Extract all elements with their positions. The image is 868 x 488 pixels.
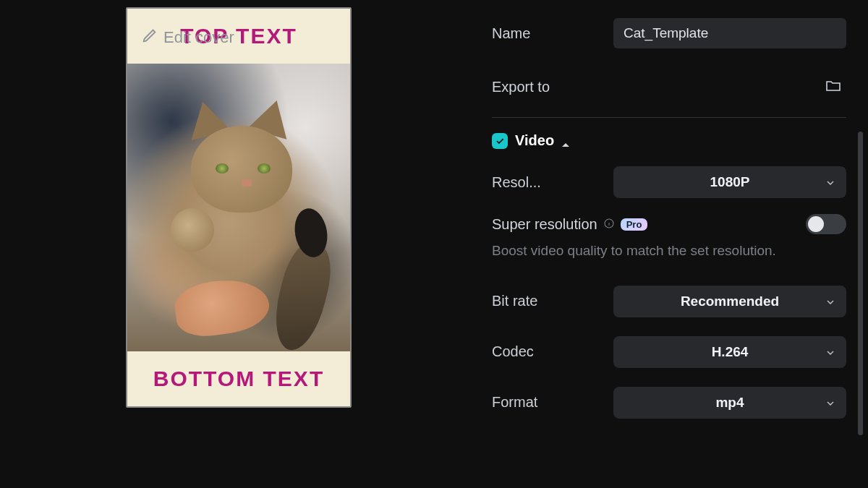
- video-section-label: Video: [515, 132, 554, 149]
- chevron-down-icon: [825, 296, 836, 307]
- video-checkbox[interactable]: [492, 133, 508, 149]
- pencil-icon: [142, 27, 158, 48]
- format-value: mp4: [715, 395, 744, 411]
- toggle-knob: [808, 216, 824, 232]
- chevron-down-icon: [825, 176, 836, 188]
- name-input[interactable]: Cat_Template: [613, 18, 846, 48]
- cover-image: [127, 64, 350, 351]
- video-section-header[interactable]: Video: [492, 132, 846, 149]
- scrollbar-thumb[interactable]: [858, 132, 863, 435]
- bitrate-label: Bit rate: [492, 293, 602, 309]
- format-label: Format: [492, 394, 602, 411]
- meme-bottom-text: BOTTOM TEXT: [153, 367, 324, 391]
- edit-cover-button[interactable]: Edit cover: [142, 27, 234, 48]
- info-icon[interactable]: [603, 216, 615, 233]
- preview-pane: TOP TEXT BOTTOM TEXT Edit cover: [0, 0, 477, 488]
- super-resolution-label: Super resolution: [492, 216, 597, 233]
- resolution-label: Resol...: [492, 174, 602, 191]
- chevron-down-icon: [825, 397, 836, 408]
- caret-up-icon: [561, 137, 570, 145]
- bitrate-select[interactable]: Recommended: [613, 286, 846, 317]
- export-to-label: Export to: [492, 79, 602, 95]
- super-resolution-desc: Boost video quality to match the set res…: [492, 241, 825, 261]
- name-label: Name: [492, 25, 602, 42]
- video-cover-preview[interactable]: TOP TEXT BOTTOM TEXT Edit cover: [126, 7, 352, 408]
- pro-badge: Pro: [621, 218, 648, 231]
- chevron-down-icon: [825, 346, 836, 358]
- video-settings: Resol... 1080P Super resolution Pro Boos…: [492, 162, 846, 423]
- folder-icon: [825, 77, 842, 97]
- resolution-select[interactable]: 1080P: [613, 166, 846, 198]
- panel-scrollbar[interactable]: [858, 132, 864, 470]
- export-folder-button[interactable]: [820, 74, 846, 100]
- super-resolution-toggle[interactable]: [806, 214, 846, 234]
- format-select[interactable]: mp4: [613, 387, 846, 419]
- edit-cover-label: Edit cover: [163, 28, 234, 47]
- resolution-value: 1080P: [710, 174, 750, 190]
- codec-select[interactable]: H.264: [613, 336, 846, 368]
- name-value: Cat_Template: [624, 25, 708, 41]
- bitrate-value: Recommended: [681, 294, 779, 309]
- codec-value: H.264: [712, 344, 749, 360]
- divider: [492, 117, 846, 118]
- codec-label: Codec: [492, 343, 602, 360]
- export-panel: Name Cat_Template Export to Video: [477, 0, 868, 488]
- meme-bottom-strip: BOTTOM TEXT: [127, 351, 350, 406]
